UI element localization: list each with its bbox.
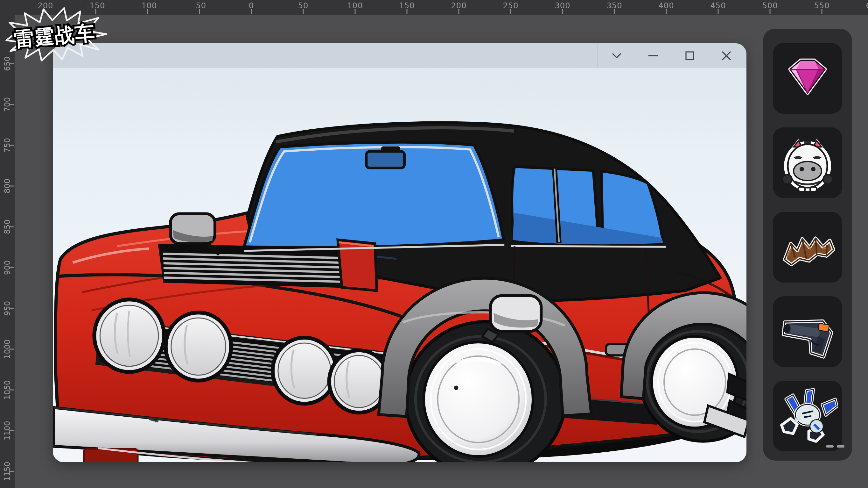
ruler-tick-label: 400 [659, 1, 674, 10]
ruler-tick-mark [9, 349, 14, 350]
close-button[interactable] [712, 43, 741, 68]
ruler-tick-label: 250 [503, 1, 519, 10]
rusty-spikes-icon [777, 220, 838, 274]
red-car-artwork [53, 68, 746, 462]
ruler-tick-mark [199, 9, 200, 15]
ruler-tick-mark [303, 9, 304, 15]
ruler-tick-label: 0 [249, 1, 254, 10]
ruler-tick-mark [251, 9, 252, 15]
ruler-tick-label: 500 [762, 1, 778, 10]
ruler-tick-label: 300 [555, 1, 570, 10]
ruler-tick-label: 550 [814, 1, 830, 10]
ruler-tick-label: 150 [399, 1, 415, 10]
ruler-tick-label: -50 [193, 1, 206, 10]
ruler-tick-label: 50 [298, 1, 309, 10]
rear-view-mirror-tab [366, 151, 404, 168]
sidebar-item-zebra[interactable] [773, 127, 842, 198]
window-titlebar[interactable] [53, 43, 746, 68]
ruler-tick-mark [822, 9, 823, 15]
sidebar-item-pistol[interactable] [773, 296, 842, 367]
zebra-character-icon [779, 134, 836, 192]
ruler-tick-mark [147, 9, 148, 15]
ruler-horizontal: -200-150-100-500501001502002503003504004… [0, 0, 868, 15]
item-sidebar [763, 29, 852, 461]
ruler-tick-label: 450 [711, 1, 726, 10]
ruler-tick-label: 200 [451, 1, 467, 10]
ruler-tick-mark [666, 9, 667, 15]
ruler-tick-mark [9, 104, 14, 105]
sidebar-item-robot[interactable] [773, 381, 842, 451]
ruler-tick-mark [718, 9, 719, 15]
pink-gem-icon [779, 53, 836, 104]
ruler-tick-mark [562, 9, 563, 15]
ruler-tick-mark [770, 9, 771, 15]
pistol-icon [777, 303, 838, 360]
ruler-tick-label: -100 [138, 1, 157, 10]
front-wheel [405, 322, 565, 462]
ruler-tick-mark [355, 9, 356, 15]
game-logo: 雷霆战车 [1, 6, 116, 63]
canvas-area [53, 68, 746, 462]
blue-robot-icon [777, 386, 838, 446]
ruler-tick-mark [9, 390, 14, 391]
ruler-tick-mark [9, 267, 14, 268]
ruler-tick-mark [510, 9, 511, 15]
chevron-down-icon[interactable] [602, 43, 631, 68]
ruler-tick-label: 350 [607, 1, 622, 10]
ruler-tick-mark [407, 9, 408, 15]
ruler-tick-label: 600 [866, 1, 868, 10]
ruler-tick-mark [9, 63, 14, 64]
titlebar-divider [597, 43, 598, 68]
ruler-tick-mark [9, 186, 14, 186]
minimize-button[interactable] [639, 43, 668, 68]
ruler-vertical: 6507007508008509009501000105011001150 [0, 0, 14, 488]
ruler-tick-mark [9, 471, 14, 472]
ruler-tick-mark [9, 145, 14, 146]
ruler-tick-mark [9, 308, 14, 309]
maximize-button[interactable] [675, 43, 705, 68]
ruler-tick-mark [614, 9, 615, 15]
ruler-tick-mark [459, 9, 460, 15]
image-viewer-window [53, 43, 746, 462]
resize-handle[interactable] [826, 445, 844, 448]
ruler-tick-label: 100 [347, 1, 363, 10]
ruler-tick-mark [9, 227, 14, 227]
sidebar-item-spikes[interactable] [773, 212, 842, 283]
sidebar-item-gem[interactable] [773, 43, 842, 114]
ruler-tick-mark [9, 430, 14, 431]
